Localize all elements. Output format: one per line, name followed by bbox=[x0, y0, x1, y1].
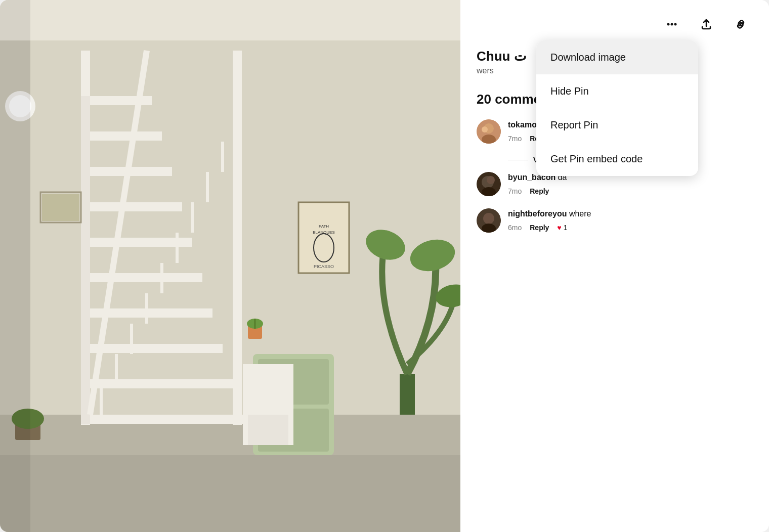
avatar bbox=[477, 208, 501, 233]
embed-code-option[interactable]: Get Pin embed code bbox=[536, 142, 698, 176]
svg-rect-11 bbox=[81, 273, 202, 282]
svg-rect-8 bbox=[81, 379, 233, 388]
svg-rect-47 bbox=[400, 374, 415, 415]
reply-button[interactable]: Reply bbox=[530, 224, 549, 232]
svg-rect-61 bbox=[0, 455, 460, 532]
svg-rect-26 bbox=[81, 96, 90, 132]
svg-point-71 bbox=[487, 176, 495, 184]
svg-rect-25 bbox=[81, 131, 90, 168]
report-pin-option[interactable]: Report Pin bbox=[536, 108, 698, 142]
svg-text:PICASSO: PICASSO bbox=[314, 264, 334, 269]
replies-line-divider bbox=[508, 160, 528, 160]
hide-pin-option[interactable]: Hide Pin bbox=[536, 74, 698, 108]
comment-item: nightbeforeyou where 6mo Reply ♥ 1 bbox=[477, 208, 753, 233]
svg-point-63 bbox=[671, 23, 673, 26]
svg-rect-2 bbox=[0, 0, 460, 40]
page-container: PATH BLANQUES PICASSO bbox=[0, 0, 769, 532]
comment-text: nightbeforeyou where bbox=[508, 208, 753, 219]
svg-point-67 bbox=[482, 126, 488, 132]
right-panel: Download image Hide Pin Report Pin Get P… bbox=[460, 0, 769, 532]
share-button[interactable] bbox=[694, 12, 718, 36]
svg-rect-20 bbox=[81, 308, 90, 345]
svg-rect-23 bbox=[81, 202, 90, 239]
dropdown-menu: Download image Hide Pin Report Pin Get P… bbox=[536, 40, 698, 176]
svg-rect-7 bbox=[81, 415, 243, 424]
svg-point-64 bbox=[674, 23, 677, 26]
comment-actions: 6mo Reply ♥ 1 bbox=[508, 224, 753, 232]
svg-rect-6 bbox=[233, 51, 242, 425]
comment-time: 7mo bbox=[508, 135, 522, 143]
comment-username: nightbeforeyou bbox=[508, 209, 567, 218]
heart-icon: ♥ bbox=[557, 224, 561, 232]
avatar bbox=[477, 172, 501, 196]
svg-rect-21 bbox=[81, 273, 90, 309]
avatar bbox=[477, 119, 501, 144]
svg-rect-19 bbox=[81, 344, 90, 380]
svg-rect-13 bbox=[81, 202, 182, 211]
svg-point-74 bbox=[483, 213, 494, 224]
comment-time: 7mo bbox=[508, 187, 522, 195]
svg-rect-17 bbox=[81, 415, 90, 424]
svg-rect-57 bbox=[248, 415, 288, 445]
like-count: ♥ 1 bbox=[557, 224, 567, 232]
reply-button[interactable]: Reply bbox=[530, 187, 549, 195]
svg-point-62 bbox=[667, 23, 670, 26]
svg-rect-22 bbox=[81, 238, 90, 274]
svg-rect-3 bbox=[0, 40, 460, 415]
svg-rect-60 bbox=[0, 0, 30, 532]
download-image-option[interactable]: Download image bbox=[536, 40, 698, 74]
more-options-button[interactable] bbox=[660, 12, 684, 36]
toolbar bbox=[460, 0, 769, 45]
pin-image-panel: PATH BLANQUES PICASSO bbox=[0, 0, 460, 532]
comment-time: 6mo bbox=[508, 224, 522, 232]
svg-text:PATH: PATH bbox=[319, 224, 329, 229]
comment-actions: 7mo Reply bbox=[508, 187, 753, 195]
svg-rect-15 bbox=[81, 131, 162, 141]
svg-rect-38 bbox=[42, 194, 79, 221]
comment-body: nightbeforeyou where 6mo Reply ♥ 1 bbox=[508, 208, 753, 233]
copy-link-button[interactable] bbox=[729, 12, 753, 36]
svg-rect-24 bbox=[81, 167, 90, 203]
